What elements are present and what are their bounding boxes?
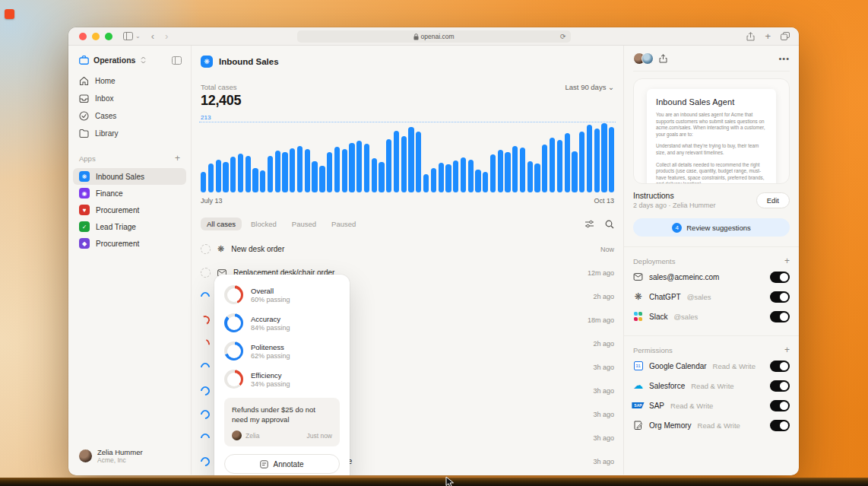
- bar: [609, 127, 614, 192]
- bar: [238, 154, 243, 192]
- bar: [216, 160, 221, 192]
- sidebar-item-lead-triage[interactable]: ✓ Lead Triage: [73, 218, 186, 235]
- case-time: 3h ago: [593, 387, 614, 395]
- running-status-icon: [199, 361, 212, 373]
- metric-overall: Overall 60% passing: [224, 285, 340, 304]
- deployment-toggle[interactable]: [770, 311, 790, 322]
- workspace-switcher[interactable]: Operations: [68, 52, 191, 72]
- bar: [490, 154, 496, 192]
- metric-name: Accuracy: [251, 315, 290, 323]
- more-options-button[interactable]: •••: [778, 54, 790, 63]
- metric-efficiency: Efficiency 34% passing: [224, 370, 340, 389]
- address-bar[interactable]: openai.com ⟳: [297, 30, 571, 43]
- close-window-button[interactable]: [79, 33, 87, 40]
- bar: [327, 152, 332, 192]
- tab-blocked[interactable]: Blocked: [245, 218, 283, 230]
- bar: [252, 168, 258, 192]
- bar: [230, 157, 236, 192]
- page-title: Inbound Sales: [219, 57, 279, 66]
- bar: [445, 164, 451, 192]
- x-axis-end-label: Oct 13: [594, 197, 614, 205]
- sidebar-item-inbound-sales[interactable]: ❋ Inbound Sales: [73, 168, 186, 185]
- bar: [372, 158, 377, 192]
- case-time: 3h ago: [593, 434, 614, 442]
- tab-overview-icon[interactable]: [781, 32, 790, 40]
- permission-toggle[interactable]: [770, 361, 790, 372]
- search-icon[interactable]: [605, 220, 614, 229]
- zoom-window-button[interactable]: [105, 33, 112, 40]
- tab-paused-2[interactable]: Paused: [325, 218, 362, 230]
- add-deployment-button[interactable]: +: [784, 256, 790, 266]
- permission-toggle[interactable]: [770, 400, 790, 411]
- new-tab-button[interactable]: +: [765, 30, 771, 42]
- sidebar-item-home[interactable]: Home: [68, 72, 191, 90]
- running-status-icon: [199, 384, 212, 397]
- permission-name: Salesforce: [649, 382, 685, 390]
- back-button[interactable]: ‹: [151, 30, 154, 42]
- deployment-toggle[interactable]: [770, 272, 790, 283]
- sidebar-item-procurement[interactable]: ♥ Procurement: [73, 202, 186, 218]
- deployment-toggle[interactable]: [770, 291, 790, 303]
- case-time: 18m ago: [588, 316, 614, 324]
- user-avatar: [79, 449, 92, 462]
- permission-toggle[interactable]: [770, 380, 790, 392]
- agent-instructions-card[interactable]: Inbound Sales Agent You are an inbound s…: [633, 78, 790, 184]
- share-icon[interactable]: [746, 32, 755, 41]
- add-permission-button[interactable]: +: [784, 345, 790, 355]
- permission-access: Read & Write: [698, 421, 740, 430]
- edit-instructions-button[interactable]: Edit: [756, 192, 790, 208]
- apps-section-header: Apps +: [68, 142, 191, 168]
- sidebar-item-cases[interactable]: Cases: [68, 107, 191, 125]
- review-suggestions-button[interactable]: 4 Review suggestions: [633, 218, 790, 237]
- case-time: 3h ago: [593, 411, 614, 418]
- bar: [416, 132, 421, 192]
- salesforce-icon: ☁: [633, 381, 643, 391]
- user-name: Zelia Hummer: [97, 448, 143, 456]
- metric-name: Efficiency: [251, 371, 290, 380]
- bar: [342, 149, 347, 192]
- home-icon: [79, 76, 89, 86]
- sidebar-item-label: Home: [95, 77, 116, 85]
- add-app-button[interactable]: +: [175, 153, 180, 164]
- instructions-label: Instructions: [633, 191, 716, 200]
- bar: [201, 172, 206, 192]
- permission-row-sap: SAP SAP Read & Write: [633, 396, 790, 415]
- queued-status-icon: [201, 268, 211, 278]
- chevron-down-icon[interactable]: ⌄: [135, 33, 141, 40]
- bar: [520, 148, 525, 192]
- bar: [572, 151, 577, 192]
- lock-icon: [413, 33, 419, 40]
- share-upload-icon[interactable]: [659, 54, 667, 63]
- running-status-icon: [199, 455, 212, 468]
- current-user[interactable]: Zelia Hummer Acme, Inc: [68, 442, 191, 467]
- case-row[interactable]: ❋ New desk order Now: [199, 237, 616, 261]
- procurement-app-icon: ♥: [79, 205, 90, 215]
- deployment-handle: @sales: [687, 293, 711, 301]
- reload-icon[interactable]: ⟳: [560, 33, 566, 40]
- desktop-bottom-edge: [0, 478, 868, 486]
- date-range-dropdown[interactable]: Last 90 days ⌄: [565, 83, 614, 91]
- annotate-button[interactable]: Annotate: [224, 454, 340, 474]
- sidebar-item-library[interactable]: Library: [68, 125, 191, 142]
- deployments-header-label: Deployments: [633, 257, 675, 265]
- bar: [534, 164, 540, 192]
- bar: [550, 138, 555, 192]
- tab-all-cases[interactable]: All cases: [201, 218, 242, 230]
- permission-toggle[interactable]: [770, 420, 790, 431]
- sidebar-item-finance[interactable]: ◉ Finance: [73, 185, 186, 202]
- sidebar-item-procurement-2[interactable]: ◆ Procurement: [73, 235, 186, 252]
- running-status-icon: [199, 290, 212, 303]
- tab-paused[interactable]: Paused: [286, 218, 322, 230]
- sidebar-item-label: Library: [95, 129, 119, 138]
- divider: [624, 335, 799, 336]
- desktop-accent-dot: [5, 9, 14, 19]
- bar: [379, 162, 384, 192]
- forward-button[interactable]: ›: [165, 30, 168, 42]
- browser-sidebar-toggle-icon[interactable]: ⌄: [123, 32, 141, 40]
- sidebar-item-inbox[interactable]: Inbox: [68, 90, 191, 107]
- minimize-window-button[interactable]: [92, 33, 100, 40]
- collapse-sidebar-icon[interactable]: [172, 56, 182, 65]
- filter-sliders-icon[interactable]: [584, 220, 594, 228]
- agent-detail-panel: ••• Inbound Sales Agent You are an inbou…: [623, 46, 799, 475]
- sidebar-item-label: Inbox: [95, 94, 113, 103]
